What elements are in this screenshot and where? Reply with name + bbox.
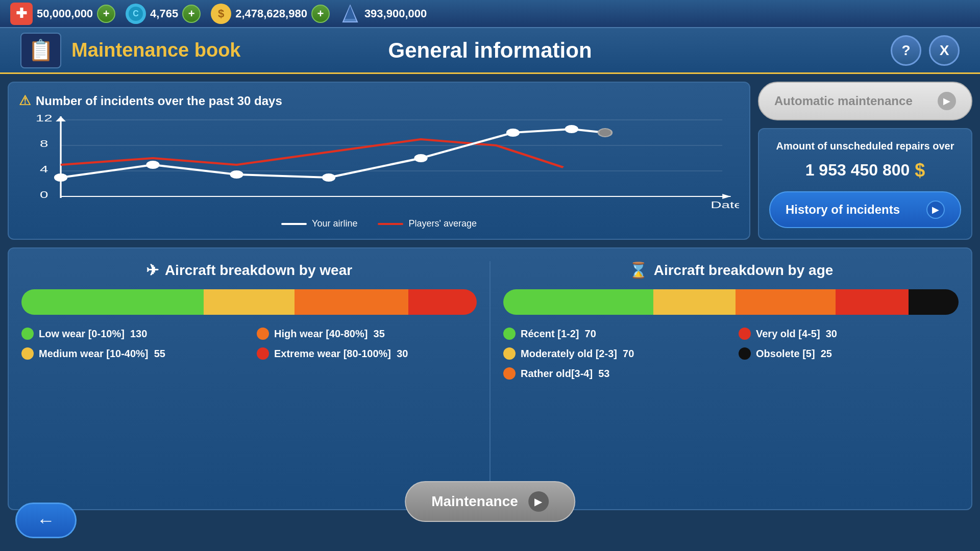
header-title: Maintenance book [71, 39, 241, 61]
header-buttons: ? X [891, 35, 960, 66]
stat-high-wear: High wear [40-80%] 35 [257, 328, 477, 340]
svg-point-18 [415, 155, 427, 162]
right-panel: Automatic maintenance ▶ Amount of unsche… [758, 82, 972, 240]
stat-extreme-wear: Extreme wear [80-100%] 30 [257, 347, 477, 360]
airline-line [281, 223, 307, 225]
age-very-old-segment [836, 289, 909, 315]
maintenance-button-container: Maintenance ▶ [405, 481, 575, 522]
chart-panel: ⚠ Number of incidents over the past 30 d… [8, 82, 750, 240]
svg-marker-13 [56, 116, 66, 121]
coin-value: 4,765 [150, 7, 178, 20]
age-breakdown: ⌛ Aircraft breakdown by age Récent [1-2]… [503, 261, 959, 496]
stat-moderately-old: Moderately old [2-3] 70 [503, 347, 723, 360]
stat-obsolete: Obsolete [5] 25 [739, 347, 959, 360]
header: 📋 Maintenance book General information ?… [0, 28, 980, 74]
top-section: ⚠ Number of incidents over the past 30 d… [8, 82, 972, 240]
svg-point-14 [55, 174, 67, 181]
dot-green-age-icon [503, 328, 516, 340]
dollar-value: 2,478,628,980 [235, 7, 307, 20]
coin-add-button[interactable]: + [182, 5, 201, 23]
dot-yellow-icon [21, 347, 34, 360]
history-arrow-icon: ▶ [926, 201, 945, 219]
dot-orange-age-icon [503, 367, 516, 380]
wear-breakdown: ✈ Aircraft breakdown by wear Low wear [0… [21, 261, 477, 496]
hourglass-icon: ⌛ [629, 261, 648, 279]
medical-icon: ✚ [10, 3, 33, 25]
coin-icon: C [126, 4, 146, 24]
chart-area: 12 8 4 0 [19, 114, 739, 216]
dot-green-icon [21, 328, 34, 340]
svg-point-15 [147, 161, 159, 168]
notebook-icon: 📋 [28, 38, 54, 62]
back-arrow-icon: ← [37, 510, 55, 531]
svg-text:8: 8 [40, 139, 48, 149]
dollar-icon: $ [211, 4, 231, 24]
wear-high-segment [295, 289, 408, 315]
svg-text:Date: Date [710, 200, 739, 210]
dollar-resource: $ 2,478,628,980 + [211, 4, 330, 24]
help-button[interactable]: ? [891, 35, 921, 66]
legend-airline: Your airline [281, 218, 357, 229]
wear-low-segment [21, 289, 204, 315]
svg-text:12: 12 [36, 114, 53, 123]
stat-medium-wear: Medium wear [10-40%] 55 [21, 347, 241, 360]
flask-resource: 393,900,000 [340, 4, 427, 24]
wear-stats: Low wear [0-10%] 130 High wear [40-80%] … [21, 328, 477, 360]
stat-recent: Récent [1-2] 70 [503, 328, 723, 340]
auto-maintenance-arrow-icon: ▶ [938, 92, 956, 110]
bottom-section: ✈ Aircraft breakdown by wear Low wear [0… [8, 247, 972, 510]
svg-point-21 [598, 129, 611, 137]
stat-rather-old: Rather old[3-4] 53 [503, 367, 723, 380]
svg-marker-1 [345, 6, 355, 19]
vertical-divider [489, 261, 491, 496]
back-button[interactable]: ← [15, 503, 77, 538]
history-label: History of incidents [786, 203, 900, 217]
dot-red-age-icon [739, 328, 751, 340]
history-incidents-button[interactable]: History of incidents ▶ [769, 191, 961, 228]
top-bar: ✚ 50,000,000 + C 4,765 + $ 2,478,628,980… [0, 0, 980, 28]
main-content: ⚠ Number of incidents over the past 30 d… [0, 74, 980, 518]
flask-icon [340, 4, 360, 24]
legend-players: Players' average [378, 218, 477, 229]
stat-very-old: Very old [4-5] 30 [739, 328, 959, 340]
unscheduled-amount: 1 953 450 800 $ [805, 160, 925, 181]
auto-maintenance-label: Automatic maintenance [774, 94, 913, 108]
age-moderate-segment [653, 289, 736, 315]
chart-svg: 12 8 4 0 [19, 114, 739, 216]
wear-bar [21, 289, 477, 315]
unscheduled-title: Amount of unscheduled repairs over [776, 140, 954, 152]
header-subtitle: General information [388, 38, 592, 63]
flask-value: 393,900,000 [364, 7, 427, 20]
dot-red-icon [257, 347, 269, 360]
svg-marker-12 [722, 194, 730, 199]
dollar-add-button[interactable]: + [311, 5, 330, 23]
dot-black-age-icon [739, 347, 751, 360]
svg-point-16 [231, 171, 242, 178]
players-line [378, 223, 403, 225]
dot-orange-icon [257, 328, 269, 340]
aircraft-icon: ✈ [146, 261, 159, 279]
stat-low-wear: Low wear [0-10%] 130 [21, 328, 241, 340]
dot-yellow-age-icon [503, 347, 516, 360]
age-recent-segment [503, 289, 653, 315]
auto-maintenance-button[interactable]: Automatic maintenance ▶ [758, 82, 972, 120]
unscheduled-repairs-panel: Amount of unscheduled repairs over 1 953… [758, 128, 972, 240]
svg-point-19 [507, 129, 519, 136]
maintenance-button[interactable]: Maintenance ▶ [405, 481, 575, 522]
age-bar [503, 289, 959, 315]
medical-resource: ✚ 50,000,000 + [10, 3, 115, 25]
wear-extreme-segment [408, 289, 477, 315]
svg-point-20 [566, 126, 577, 133]
svg-text:4: 4 [40, 164, 48, 174]
maintenance-label: Maintenance [431, 493, 518, 510]
warning-icon: ⚠ [19, 93, 31, 109]
age-stats: Récent [1-2] 70 Very old [4-5] 30 Modera… [503, 328, 959, 380]
medical-add-button[interactable]: + [97, 5, 115, 23]
header-logo: 📋 [20, 33, 61, 68]
medical-value: 50,000,000 [37, 7, 93, 20]
coin-resource: C 4,765 + [126, 4, 201, 24]
maintenance-arrow-icon: ▶ [528, 491, 549, 512]
age-obsolete-segment [909, 289, 959, 315]
currency-icon: $ [915, 160, 925, 181]
close-button[interactable]: X [929, 35, 960, 66]
